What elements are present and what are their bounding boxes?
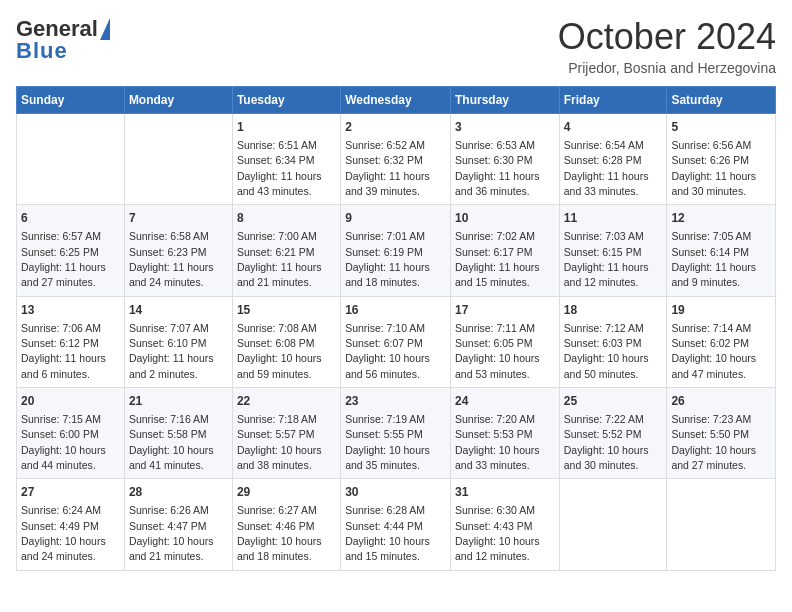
day-number: 24: [455, 393, 555, 410]
day-number: 1: [237, 119, 336, 136]
calendar-week-row: 20Sunrise: 7:15 AMSunset: 6:00 PMDayligh…: [17, 388, 776, 479]
sunset-text: Sunset: 6:30 PM: [455, 154, 533, 166]
sunrise-text: Sunrise: 7:01 AM: [345, 230, 425, 242]
day-number: 4: [564, 119, 663, 136]
sunset-text: Sunset: 6:19 PM: [345, 246, 423, 258]
sunrise-text: Sunrise: 7:18 AM: [237, 413, 317, 425]
sunset-text: Sunset: 4:43 PM: [455, 520, 533, 532]
daylight-text: Daylight: 11 hours and 30 minutes.: [671, 170, 756, 197]
calendar-cell: 11Sunrise: 7:03 AMSunset: 6:15 PMDayligh…: [559, 205, 667, 296]
day-number: 23: [345, 393, 446, 410]
sunrise-text: Sunrise: 7:06 AM: [21, 322, 101, 334]
page-header: General Blue October 2024 Prijedor, Bosn…: [16, 16, 776, 76]
sunset-text: Sunset: 6:32 PM: [345, 154, 423, 166]
calendar-cell: 23Sunrise: 7:19 AMSunset: 5:55 PMDayligh…: [341, 388, 451, 479]
calendar-cell: 6Sunrise: 6:57 AMSunset: 6:25 PMDaylight…: [17, 205, 125, 296]
daylight-text: Daylight: 10 hours and 24 minutes.: [21, 535, 106, 562]
sunset-text: Sunset: 6:03 PM: [564, 337, 642, 349]
sunset-text: Sunset: 5:50 PM: [671, 428, 749, 440]
sunrise-text: Sunrise: 7:22 AM: [564, 413, 644, 425]
calendar-cell: 12Sunrise: 7:05 AMSunset: 6:14 PMDayligh…: [667, 205, 776, 296]
sunrise-text: Sunrise: 7:20 AM: [455, 413, 535, 425]
daylight-text: Daylight: 11 hours and 33 minutes.: [564, 170, 649, 197]
day-number: 7: [129, 210, 228, 227]
day-of-week-header: Monday: [124, 87, 232, 114]
daylight-text: Daylight: 10 hours and 47 minutes.: [671, 352, 756, 379]
daylight-text: Daylight: 11 hours and 6 minutes.: [21, 352, 106, 379]
sunset-text: Sunset: 6:07 PM: [345, 337, 423, 349]
day-of-week-header: Wednesday: [341, 87, 451, 114]
daylight-text: Daylight: 11 hours and 15 minutes.: [455, 261, 540, 288]
title-block: October 2024 Prijedor, Bosnia and Herzeg…: [558, 16, 776, 76]
calendar-cell: 16Sunrise: 7:10 AMSunset: 6:07 PMDayligh…: [341, 296, 451, 387]
sunset-text: Sunset: 6:25 PM: [21, 246, 99, 258]
day-number: 31: [455, 484, 555, 501]
calendar-week-row: 13Sunrise: 7:06 AMSunset: 6:12 PMDayligh…: [17, 296, 776, 387]
calendar-cell: 17Sunrise: 7:11 AMSunset: 6:05 PMDayligh…: [450, 296, 559, 387]
sunset-text: Sunset: 6:14 PM: [671, 246, 749, 258]
sunset-text: Sunset: 6:05 PM: [455, 337, 533, 349]
sunset-text: Sunset: 5:53 PM: [455, 428, 533, 440]
sunrise-text: Sunrise: 7:05 AM: [671, 230, 751, 242]
sunset-text: Sunset: 6:10 PM: [129, 337, 207, 349]
calendar-cell: 25Sunrise: 7:22 AMSunset: 5:52 PMDayligh…: [559, 388, 667, 479]
sunset-text: Sunset: 6:15 PM: [564, 246, 642, 258]
daylight-text: Daylight: 10 hours and 18 minutes.: [237, 535, 322, 562]
calendar-cell: 18Sunrise: 7:12 AMSunset: 6:03 PMDayligh…: [559, 296, 667, 387]
daylight-text: Daylight: 10 hours and 35 minutes.: [345, 444, 430, 471]
day-number: 8: [237, 210, 336, 227]
calendar-week-row: 6Sunrise: 6:57 AMSunset: 6:25 PMDaylight…: [17, 205, 776, 296]
sunset-text: Sunset: 4:46 PM: [237, 520, 315, 532]
sunrise-text: Sunrise: 6:30 AM: [455, 504, 535, 516]
sunset-text: Sunset: 5:58 PM: [129, 428, 207, 440]
sunset-text: Sunset: 6:00 PM: [21, 428, 99, 440]
sunset-text: Sunset: 6:34 PM: [237, 154, 315, 166]
day-number: 29: [237, 484, 336, 501]
calendar-cell: 3Sunrise: 6:53 AMSunset: 6:30 PMDaylight…: [450, 114, 559, 205]
day-number: 14: [129, 302, 228, 319]
daylight-text: Daylight: 10 hours and 59 minutes.: [237, 352, 322, 379]
daylight-text: Daylight: 10 hours and 21 minutes.: [129, 535, 214, 562]
calendar-cell: 19Sunrise: 7:14 AMSunset: 6:02 PMDayligh…: [667, 296, 776, 387]
daylight-text: Daylight: 11 hours and 27 minutes.: [21, 261, 106, 288]
calendar-cell: 10Sunrise: 7:02 AMSunset: 6:17 PMDayligh…: [450, 205, 559, 296]
location: Prijedor, Bosnia and Herzegovina: [558, 60, 776, 76]
daylight-text: Daylight: 11 hours and 9 minutes.: [671, 261, 756, 288]
sunrise-text: Sunrise: 6:56 AM: [671, 139, 751, 151]
sunrise-text: Sunrise: 7:15 AM: [21, 413, 101, 425]
sunrise-text: Sunrise: 6:53 AM: [455, 139, 535, 151]
sunrise-text: Sunrise: 6:58 AM: [129, 230, 209, 242]
calendar-cell: 9Sunrise: 7:01 AMSunset: 6:19 PMDaylight…: [341, 205, 451, 296]
sunset-text: Sunset: 4:49 PM: [21, 520, 99, 532]
sunrise-text: Sunrise: 6:27 AM: [237, 504, 317, 516]
day-number: 15: [237, 302, 336, 319]
day-number: 5: [671, 119, 771, 136]
sunset-text: Sunset: 6:12 PM: [21, 337, 99, 349]
calendar-cell: 2Sunrise: 6:52 AMSunset: 6:32 PMDaylight…: [341, 114, 451, 205]
day-number: 21: [129, 393, 228, 410]
calendar-cell: 20Sunrise: 7:15 AMSunset: 6:00 PMDayligh…: [17, 388, 125, 479]
sunrise-text: Sunrise: 6:26 AM: [129, 504, 209, 516]
calendar-cell: [667, 479, 776, 570]
day-number: 18: [564, 302, 663, 319]
calendar-cell: 26Sunrise: 7:23 AMSunset: 5:50 PMDayligh…: [667, 388, 776, 479]
day-number: 12: [671, 210, 771, 227]
daylight-text: Daylight: 10 hours and 38 minutes.: [237, 444, 322, 471]
day-of-week-header: Sunday: [17, 87, 125, 114]
day-number: 30: [345, 484, 446, 501]
day-number: 25: [564, 393, 663, 410]
calendar-cell: 13Sunrise: 7:06 AMSunset: 6:12 PMDayligh…: [17, 296, 125, 387]
calendar-cell: 7Sunrise: 6:58 AMSunset: 6:23 PMDaylight…: [124, 205, 232, 296]
sunrise-text: Sunrise: 7:14 AM: [671, 322, 751, 334]
daylight-text: Daylight: 11 hours and 43 minutes.: [237, 170, 322, 197]
day-number: 26: [671, 393, 771, 410]
calendar-cell: [17, 114, 125, 205]
sunset-text: Sunset: 6:02 PM: [671, 337, 749, 349]
calendar-cell: 8Sunrise: 7:00 AMSunset: 6:21 PMDaylight…: [232, 205, 340, 296]
day-of-week-header: Friday: [559, 87, 667, 114]
daylight-text: Daylight: 10 hours and 30 minutes.: [564, 444, 649, 471]
sunset-text: Sunset: 6:17 PM: [455, 246, 533, 258]
sunrise-text: Sunrise: 7:11 AM: [455, 322, 535, 334]
calendar-cell: 14Sunrise: 7:07 AMSunset: 6:10 PMDayligh…: [124, 296, 232, 387]
month-title: October 2024: [558, 16, 776, 58]
